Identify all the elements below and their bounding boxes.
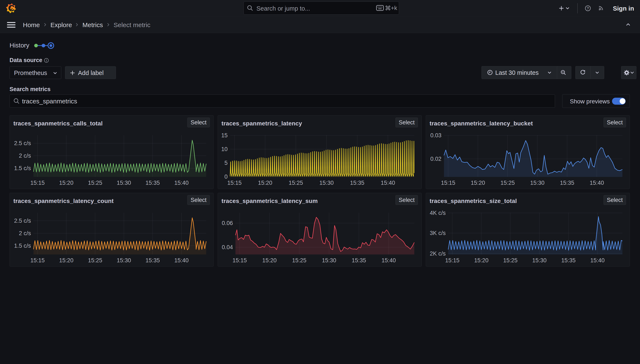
svg-text:15:35: 15:35 xyxy=(352,257,366,264)
svg-text:5: 5 xyxy=(224,160,228,166)
svg-text:15:15: 15:15 xyxy=(30,257,45,264)
svg-text:15:25: 15:25 xyxy=(500,180,515,186)
svg-text:15:25: 15:25 xyxy=(88,257,102,264)
svg-text:15:30: 15:30 xyxy=(117,180,131,186)
svg-text:2.5 c/s: 2.5 c/s xyxy=(14,140,31,146)
svg-text:15:35: 15:35 xyxy=(146,257,160,264)
svg-text:15:35: 15:35 xyxy=(350,180,364,186)
svg-text:0.02: 0.02 xyxy=(430,156,442,162)
svg-text:15: 15 xyxy=(221,132,228,138)
svg-text:15:15: 15:15 xyxy=(232,257,247,264)
svg-text:15:20: 15:20 xyxy=(262,257,277,264)
svg-text:15:35: 15:35 xyxy=(561,257,576,264)
svg-text:15:40: 15:40 xyxy=(174,257,188,264)
svg-text:10: 10 xyxy=(221,146,228,152)
svg-text:2 c/s: 2 c/s xyxy=(19,152,31,159)
svg-text:15:35: 15:35 xyxy=(146,180,160,186)
svg-text:0.06: 0.06 xyxy=(222,220,233,226)
svg-text:0.03: 0.03 xyxy=(430,132,442,138)
svg-text:15:35: 15:35 xyxy=(560,180,574,186)
svg-text:15:25: 15:25 xyxy=(88,180,102,186)
svg-text:15:25: 15:25 xyxy=(292,257,306,264)
svg-text:15:20: 15:20 xyxy=(474,257,488,264)
svg-text:15:25: 15:25 xyxy=(503,257,518,264)
svg-text:1.5 c/s: 1.5 c/s xyxy=(14,165,31,172)
svg-text:2K c/s: 2K c/s xyxy=(430,250,446,257)
svg-text:2 c/s: 2 c/s xyxy=(19,230,31,236)
svg-text:15:20: 15:20 xyxy=(258,180,272,186)
svg-text:15:40: 15:40 xyxy=(590,180,604,186)
svg-text:15:20: 15:20 xyxy=(59,180,74,186)
svg-text:15:25: 15:25 xyxy=(289,180,303,186)
svg-text:15:40: 15:40 xyxy=(590,257,604,264)
svg-text:?: ? xyxy=(587,6,589,10)
svg-text:0.04: 0.04 xyxy=(222,244,233,250)
svg-text:15:15: 15:15 xyxy=(441,180,456,186)
svg-text:15:20: 15:20 xyxy=(471,180,485,186)
svg-text:15:30: 15:30 xyxy=(322,257,336,264)
svg-text:4K c/s: 4K c/s xyxy=(430,210,446,216)
svg-text:15:15: 15:15 xyxy=(30,180,45,186)
svg-text:0: 0 xyxy=(224,174,228,180)
svg-text:15:40: 15:40 xyxy=(174,180,188,186)
svg-text:15:15: 15:15 xyxy=(445,257,460,264)
svg-text:15:40: 15:40 xyxy=(382,257,396,264)
svg-text:15:40: 15:40 xyxy=(381,180,395,186)
svg-text:3K c/s: 3K c/s xyxy=(430,230,446,236)
svg-text:15:30: 15:30 xyxy=(530,180,545,186)
svg-text:15:30: 15:30 xyxy=(319,180,334,186)
svg-text:15:30: 15:30 xyxy=(117,257,131,264)
svg-text:15:15: 15:15 xyxy=(228,180,242,186)
svg-text:2.5 c/s: 2.5 c/s xyxy=(14,218,31,224)
svg-text:1.5 c/s: 1.5 c/s xyxy=(14,242,31,249)
svg-text:15:20: 15:20 xyxy=(59,257,74,264)
svg-text:15:30: 15:30 xyxy=(532,257,546,264)
